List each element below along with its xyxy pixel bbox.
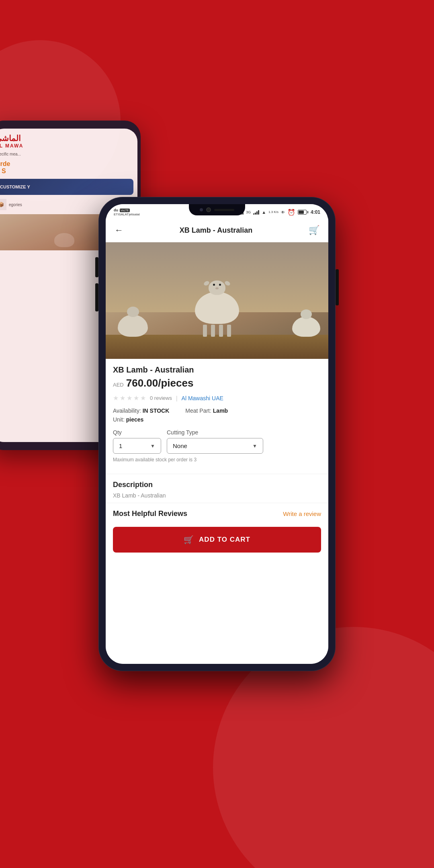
earpiece-speaker <box>214 209 234 211</box>
back-button[interactable]: ← <box>113 223 125 237</box>
qty-selector-group: Qty 1 ▼ <box>113 429 161 454</box>
star-rating: ★ ★ ★ ★ ★ <box>113 394 146 402</box>
unit-label: Unit: pieces <box>113 416 143 423</box>
product-price-row: AED 760.00/pieces <box>113 377 321 389</box>
write-review-link[interactable]: Write a review <box>283 510 321 517</box>
eye-icon: 👁 <box>281 210 285 215</box>
battery-tip <box>307 211 308 213</box>
cutting-dropdown-arrow: ▼ <box>252 443 257 449</box>
carrier-du: du <box>114 208 118 212</box>
star-5: ★ <box>140 394 146 402</box>
qty-value: 1 <box>119 442 122 449</box>
selectors-section: Qty 1 ▼ Cutting Type None ▼ <box>113 429 321 463</box>
volume-down-button[interactable] <box>95 283 98 311</box>
image-ground <box>106 335 328 359</box>
phone-screen: du VoLTE ETISALAT|etisalat 46 3G <box>106 204 328 664</box>
meat-part-value: Lamb <box>213 407 228 414</box>
page-title: XB Lamb - Australian <box>125 226 307 235</box>
phone-notch <box>189 204 245 215</box>
reviews-count: 0 reviews <box>150 395 172 401</box>
price-currency: AED <box>113 382 124 388</box>
description-title: Description <box>113 481 321 489</box>
status-carrier-info: du VoLTE ETISALAT|etisalat <box>114 208 140 216</box>
main-phone: du VoLTE ETISALAT|etisalat 46 3G <box>98 197 336 671</box>
status-time: 4:01 <box>311 209 320 215</box>
add-to-cart-button[interactable]: 🛒 ADD TO CART <box>113 527 321 553</box>
cutting-dropdown[interactable]: None ▼ <box>167 438 263 454</box>
app-header: ← XB Lamb - Australian 🛒 <box>106 219 328 242</box>
signal-bar-6 <box>255 213 256 215</box>
unit-value: pieces <box>126 416 144 423</box>
brand-link[interactable]: Al Mawashi UAE <box>182 395 223 401</box>
alarm-icon: ⏰ <box>287 209 295 216</box>
star-3: ★ <box>127 394 132 402</box>
add-to-cart-label: ADD TO CART <box>199 536 250 544</box>
battery-body <box>298 210 307 215</box>
reviews-divider: | <box>176 395 178 401</box>
front-camera <box>206 207 211 212</box>
selectors-row: Qty 1 ▼ Cutting Type None ▼ <box>113 429 321 454</box>
qty-dropdown-arrow: ▼ <box>150 443 155 449</box>
signal-bar-5 <box>253 213 254 215</box>
cart-icon-button[interactable]: 🛒 <box>307 223 321 237</box>
meat-part-label: Meat Part: Lamb <box>185 407 228 414</box>
product-image <box>106 242 328 359</box>
network-3g: 3G <box>246 210 251 214</box>
volte-indicator: VoLTE <box>120 209 130 212</box>
battery-fill <box>299 211 304 214</box>
unit-row: Unit: pieces <box>113 416 321 423</box>
reviews-row: ★ ★ ★ ★ ★ 0 reviews | Al Mawashi UAE <box>113 394 321 402</box>
carrier-etisalat: ETISALAT|etisalat <box>114 213 140 216</box>
cutting-label: Cutting Type <box>167 429 263 436</box>
description-text: XB Lamb - Australian <box>113 492 321 499</box>
power-button[interactable] <box>336 269 339 305</box>
signal-bar-8 <box>258 210 259 215</box>
add-to-cart-section: 🛒 ADD TO CART <box>106 522 328 559</box>
product-content-area: XB Lamb - Australian AED 760.00/pieces ★… <box>106 242 328 664</box>
availability-value: IN STOCK <box>143 407 170 414</box>
stock-notice: Maximum available stock per order is 3 <box>113 457 321 463</box>
volume-up-button[interactable] <box>95 257 98 277</box>
wifi-icon: ▲ <box>262 210 266 215</box>
star-1: ★ <box>113 394 119 402</box>
price-amount: 760.00/pieces <box>126 377 194 389</box>
signal-bar-7 <box>256 211 258 215</box>
sheep-right <box>292 317 320 337</box>
availability-row: Availability: IN STOCK Meat Part: Lamb <box>113 407 321 414</box>
sheep-left <box>118 315 148 337</box>
cutting-selector-group: Cutting Type None ▼ <box>167 429 263 454</box>
description-section: Description XB Lamb - Australian <box>106 474 328 503</box>
signal-strength-2 <box>253 210 259 215</box>
availability-label: Availability: IN STOCK <box>113 407 169 414</box>
reviews-section: Most Helpful Reviews Write a review <box>106 503 328 522</box>
product-name: XB Lamb - Australian <box>113 365 321 375</box>
network-speed: 1.3 K/s <box>268 210 278 214</box>
star-4: ★ <box>133 394 139 402</box>
add-to-cart-cart-icon: 🛒 <box>184 535 194 545</box>
sheep-main <box>195 292 239 337</box>
notch-sensor <box>200 208 203 211</box>
cutting-value: None <box>173 442 187 449</box>
product-meta: Availability: IN STOCK Meat Part: Lamb U… <box>113 407 321 423</box>
star-2: ★ <box>120 394 125 402</box>
reviews-title: Most Helpful Reviews <box>113 510 187 518</box>
qty-label: Qty <box>113 429 161 436</box>
battery-indicator <box>298 210 308 215</box>
product-details: XB Lamb - Australian AED 760.00/pieces ★… <box>106 359 328 474</box>
qty-dropdown[interactable]: 1 ▼ <box>113 438 161 454</box>
